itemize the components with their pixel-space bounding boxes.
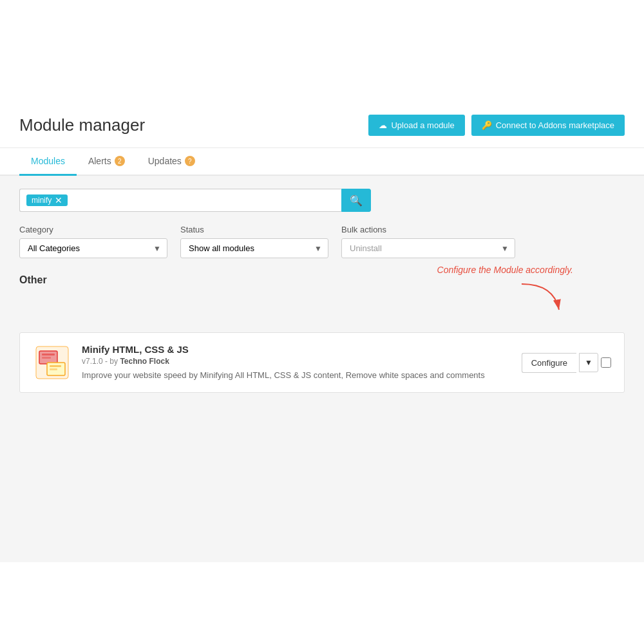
arrow-annotation-icon — [515, 281, 567, 316]
bulk-select[interactable]: Uninstall Enable Disable Reset — [341, 238, 515, 258]
module-icon — [33, 343, 71, 382]
module-version: v7.1.0 - by Techno Flock — [82, 357, 511, 366]
module-actions: Configure ▼ — [522, 353, 611, 373]
module-name: Minify HTML, CSS & JS — [82, 344, 511, 355]
tab-modules[interactable]: Modules — [19, 148, 77, 176]
header-bar: Module manager ☁ Upload a module 🔑 Conne… — [0, 103, 644, 148]
tab-updates[interactable]: Updates ? — [137, 148, 207, 176]
search-button[interactable]: 🔍 — [341, 189, 371, 212]
annotation-container: Configure the Module accordingly. — [19, 294, 625, 332]
module-card: Minify HTML, CSS & JS v7.1.0 - by Techno… — [19, 332, 625, 393]
bulk-label: Bulk actions — [341, 225, 515, 234]
tab-alerts-label: Alerts — [88, 156, 111, 166]
other-section: Other Configure the Module accordingly. — [19, 274, 625, 393]
svg-rect-6 — [50, 365, 61, 367]
filters-row: Category All Categories Front Office Fea… — [19, 225, 625, 258]
module-description: Improve your website speed by Minifying … — [82, 369, 511, 382]
svg-rect-7 — [50, 368, 57, 370]
module-checkbox[interactable] — [601, 357, 611, 368]
svg-rect-4 — [42, 357, 51, 359]
tab-alerts[interactable]: Alerts 2 — [77, 148, 137, 176]
content-area: minify ✕ 🔍 Category All Categories Front… — [0, 176, 644, 562]
search-tag: minify ✕ — [26, 194, 68, 206]
status-select-wrapper: Show all modules Enabled modules Disable… — [180, 238, 328, 258]
upload-icon: ☁ — [379, 120, 387, 130]
header-buttons: ☁ Upload a module 🔑 Connect to Addons ma… — [368, 115, 625, 136]
tab-modules-label: Modules — [31, 156, 65, 166]
status-select[interactable]: Show all modules Enabled modules Disable… — [180, 238, 328, 258]
search-row: minify ✕ 🔍 — [19, 189, 625, 212]
updates-badge: ? — [185, 156, 195, 166]
svg-rect-3 — [42, 354, 55, 355]
configure-button[interactable]: Configure — [522, 353, 576, 373]
connect-addons-button[interactable]: 🔑 Connect to Addons marketplace — [471, 115, 625, 136]
category-filter-group: Category All Categories Front Office Fea… — [19, 225, 167, 258]
key-icon: 🔑 — [482, 120, 492, 130]
search-tag-close[interactable]: ✕ — [55, 196, 62, 205]
search-tag-text: minify — [32, 196, 52, 205]
status-label: Status — [180, 225, 328, 234]
annotation-area: Configure the Module accordingly. — [19, 294, 625, 393]
bulk-filter-group: Bulk actions Uninstall Enable Disable Re… — [341, 225, 515, 258]
upload-module-button[interactable]: ☁ Upload a module — [368, 115, 464, 136]
bulk-select-wrapper: Uninstall Enable Disable Reset ▼ — [341, 238, 515, 258]
configure-chevron-button[interactable]: ▼ — [579, 353, 598, 372]
category-select[interactable]: All Categories Front Office Features Che… — [19, 238, 167, 258]
module-info: Minify HTML, CSS & JS v7.1.0 - by Techno… — [82, 344, 511, 382]
alerts-badge: 2 — [115, 156, 125, 166]
search-tag-input[interactable]: minify ✕ — [19, 189, 341, 212]
category-select-wrapper: All Categories Front Office Features Che… — [19, 238, 167, 258]
tab-updates-label: Updates — [148, 156, 182, 166]
tabs-bar: Modules Alerts 2 Updates ? — [0, 148, 644, 176]
page-title: Module manager — [19, 115, 145, 135]
status-filter-group: Status Show all modules Enabled modules … — [180, 225, 328, 258]
annotation-text: Configure the Module accordingly. — [437, 265, 573, 275]
category-label: Category — [19, 225, 167, 234]
